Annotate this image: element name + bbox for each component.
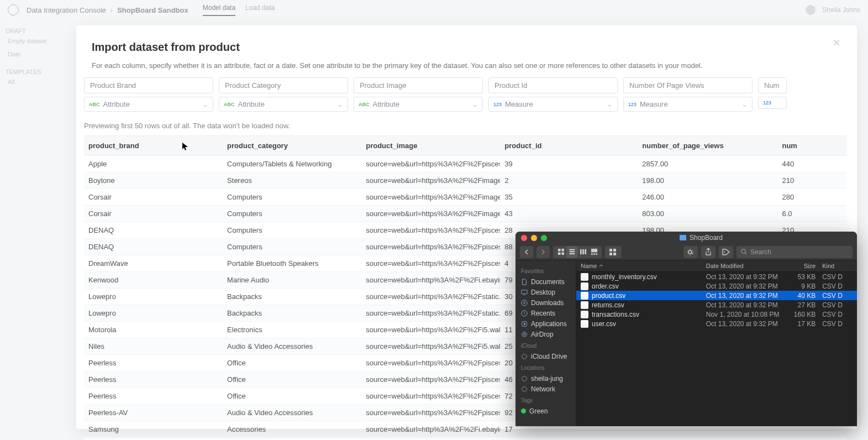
finder-sidebar: Favorites DocumentsDesktopDownloadsRecen… bbox=[515, 260, 576, 426]
modal-title: Import dataset from product bbox=[92, 41, 841, 54]
sidebar-item-icon bbox=[521, 279, 528, 285]
finder-sidebar-item[interactable]: Applications bbox=[519, 318, 572, 329]
left-sidebar: DRAFT Empty datasetDate TEMPLATES All bbox=[0, 20, 72, 440]
finder-sidebar-item[interactable]: AirDrop bbox=[519, 329, 572, 339]
group-by-icon bbox=[609, 249, 617, 255]
table-cell: Corsair bbox=[84, 189, 223, 206]
finder-file-row[interactable]: monthly_inventory.csvOct 13, 2020 at 9:3… bbox=[576, 272, 857, 281]
table-cell: Audio & Video Accessories bbox=[223, 405, 361, 421]
table-cell: source=web&url=https%3A%2F%2Fpisces.bby bbox=[361, 239, 500, 255]
finder-sidebar-item[interactable]: sheila-jung bbox=[519, 373, 572, 384]
column-name-input[interactable]: Product Image bbox=[354, 77, 483, 93]
col-header-name[interactable]: Name bbox=[581, 263, 706, 269]
table-cell: Office bbox=[223, 388, 361, 405]
table-cell: Peerless bbox=[84, 355, 223, 371]
finder-file-row[interactable]: order.csvOct 13, 2020 at 9:32 PM9 KBCSV … bbox=[576, 281, 857, 291]
table-cell: source=web&url=https%3A%2F%2Fpisces.bby bbox=[361, 371, 500, 388]
chevron-left-icon bbox=[524, 249, 529, 255]
finder-list-header[interactable]: Name Date Modified Size Kind bbox=[576, 260, 857, 272]
list-view-icon[interactable] bbox=[566, 246, 577, 258]
sidebar-item-icon bbox=[521, 289, 528, 296]
group-by-button[interactable] bbox=[605, 246, 622, 258]
table-row: CorsairComputerssource=web&url=https%3A%… bbox=[84, 189, 846, 206]
file-kind: CSV D bbox=[816, 320, 853, 328]
top-nav: Model data Load data bbox=[203, 4, 275, 16]
forward-button[interactable] bbox=[536, 246, 550, 258]
share-button[interactable] bbox=[701, 246, 716, 258]
finder-sidebar-item[interactable]: Network bbox=[519, 384, 572, 394]
action-button[interactable] bbox=[683, 246, 698, 258]
finder-search-input[interactable]: Search bbox=[737, 246, 853, 258]
sidebar-item[interactable]: Empty dataset bbox=[6, 34, 66, 48]
svg-point-22 bbox=[522, 332, 527, 337]
file-name: user.csv bbox=[592, 320, 616, 328]
col-header-kind[interactable]: Kind bbox=[816, 263, 853, 269]
finder-sidebar-item[interactable]: Documents bbox=[519, 276, 572, 287]
table-cell: source=web&url=https%3A%2F%2Fpisces.bby bbox=[361, 355, 500, 371]
column-name-input[interactable]: Product Id bbox=[488, 77, 618, 93]
sidebar-item-label: Downloads bbox=[531, 299, 564, 307]
sidebar-item-label: Documents bbox=[531, 278, 565, 286]
close-button[interactable] bbox=[832, 38, 841, 50]
window-zoom-icon[interactable] bbox=[541, 235, 547, 241]
table-cell: source=web&url=https%3A%2F%2Fpisces.bby bbox=[361, 156, 500, 172]
column-type-dropdown[interactable]: 123 bbox=[758, 97, 787, 109]
column-name-input[interactable]: Product Brand bbox=[84, 77, 213, 93]
table-cell: DENAQ bbox=[84, 239, 223, 255]
view-mode-toggle[interactable] bbox=[553, 246, 602, 258]
finder-file-row[interactable]: transactions.csvNov 1, 2020 at 10:08 PM1… bbox=[576, 310, 857, 319]
column-type-dropdown[interactable]: ABCAttribute⌄ bbox=[84, 97, 213, 112]
finder-file-row[interactable]: user.csvOct 13, 2020 at 9:32 PM17 KBCSV … bbox=[576, 319, 857, 328]
svg-rect-1 bbox=[561, 249, 564, 252]
finder-sidebar-tag[interactable]: Green bbox=[519, 406, 572, 416]
column-name-input[interactable]: Product Category bbox=[219, 77, 348, 93]
back-button[interactable] bbox=[520, 246, 533, 258]
column-type-dropdown[interactable]: 123Measure⌄ bbox=[488, 97, 618, 112]
dropdown-label: Measure bbox=[640, 100, 668, 108]
icon-view-icon[interactable] bbox=[555, 246, 566, 258]
breadcrumb-root[interactable]: Data Integration Console bbox=[27, 6, 106, 14]
col-header-date[interactable]: Date Modified bbox=[706, 263, 785, 269]
table-cell: Internal Solid State Drives bbox=[223, 438, 361, 441]
finder-sidebar-item[interactable]: Desktop bbox=[519, 287, 572, 297]
sidebar-item[interactable]: All bbox=[6, 75, 66, 88]
finder-file-row[interactable]: product.csvOct 13, 2020 at 9:32 PM40 KBC… bbox=[576, 291, 857, 300]
tab-model-data[interactable]: Model data bbox=[203, 4, 235, 16]
table-header: product_id bbox=[500, 136, 638, 156]
sidebar-group-header: TEMPLATES bbox=[6, 69, 66, 75]
table-cell: Office bbox=[223, 371, 361, 388]
column-config: Product BrandABCAttribute⌄ bbox=[84, 77, 213, 112]
column-name-input[interactable]: Num bbox=[758, 77, 787, 93]
finder-sidebar-item[interactable]: Downloads bbox=[519, 297, 572, 308]
finder-sidebar-item[interactable]: Recents bbox=[519, 308, 572, 318]
table-header: product_image bbox=[361, 136, 500, 156]
table-cell: source=web&url=https%3A%2F%2Fimages-na bbox=[361, 189, 500, 206]
column-type-dropdown[interactable]: ABCAttribute⌄ bbox=[219, 97, 348, 112]
table-cell: 246.00 bbox=[638, 189, 777, 206]
finder-titlebar[interactable]: ShopBoard bbox=[515, 232, 857, 244]
finder-file-row[interactable]: returns.csvOct 13, 2020 at 9:32 PM27 KBC… bbox=[576, 300, 857, 310]
finder-sidebar-item[interactable]: iCloud Drive bbox=[519, 351, 572, 362]
sidebar-group-header: DRAFT bbox=[6, 28, 66, 34]
window-minimize-icon[interactable] bbox=[531, 235, 537, 241]
column-type-dropdown[interactable]: ABCAttribute⌄ bbox=[354, 97, 483, 112]
svg-rect-6 bbox=[585, 249, 586, 254]
sidebar-item-icon bbox=[521, 353, 528, 360]
window-close-icon[interactable] bbox=[521, 235, 527, 241]
finder-sidebar-header: Tags bbox=[521, 397, 570, 404]
avatar[interactable] bbox=[806, 5, 816, 15]
tags-button[interactable] bbox=[719, 246, 733, 258]
chevron-down-icon: ⌄ bbox=[472, 100, 478, 108]
sidebar-item-icon bbox=[521, 300, 528, 306]
gallery-view-icon[interactable] bbox=[588, 246, 599, 258]
column-name-input[interactable]: Number Of Page Views bbox=[623, 77, 753, 93]
app-logo-icon bbox=[8, 4, 19, 15]
col-header-size[interactable]: Size bbox=[785, 263, 816, 269]
tab-load-data[interactable]: Load data bbox=[245, 4, 275, 16]
column-view-icon[interactable] bbox=[577, 246, 588, 258]
column-type-dropdown[interactable]: 123Measure⌄ bbox=[623, 97, 753, 112]
sidebar-item[interactable]: Date bbox=[6, 48, 66, 61]
finder-sidebar-header: Locations bbox=[521, 365, 570, 371]
table-header: number_of_page_views bbox=[638, 136, 777, 156]
modal-hint: For each column, specify whether it is a… bbox=[92, 61, 841, 70]
